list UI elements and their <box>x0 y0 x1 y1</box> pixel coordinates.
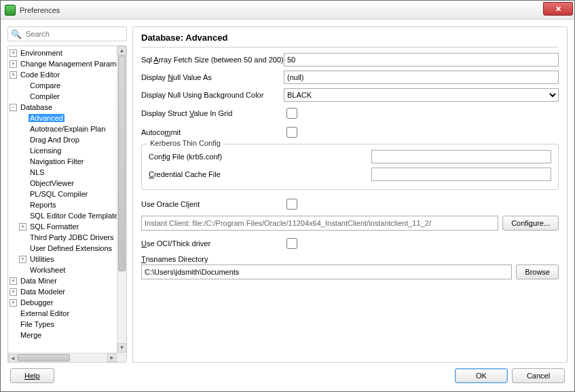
search-input[interactable] <box>24 29 124 39</box>
expand-icon[interactable]: + <box>19 256 26 263</box>
tree-search[interactable]: 🔍 <box>7 26 127 41</box>
browse-button[interactable]: Browse <box>516 264 559 279</box>
tree-item-label[interactable]: Debugger <box>19 298 54 307</box>
tree-item-label[interactable]: Worksheet <box>29 266 67 274</box>
tree-item-label[interactable]: External Editor <box>19 309 71 317</box>
scroll-up-button[interactable]: ▲ <box>117 46 126 56</box>
tree-item-label[interactable]: Environment <box>19 49 64 57</box>
tree-item-label[interactable]: Data Miner <box>19 277 58 285</box>
tree-item-label[interactable]: Utilities <box>29 255 55 263</box>
use-oci-checkbox[interactable] <box>286 238 297 249</box>
expand-icon[interactable]: + <box>10 60 17 68</box>
expand-icon[interactable]: + <box>10 50 17 57</box>
tree-item[interactable]: +Utilities <box>10 254 117 264</box>
tree-item[interactable]: Navigation Filter <box>10 156 117 167</box>
autocommit-checkbox[interactable] <box>286 127 297 138</box>
category-tree: +Environment+Change Management Parameter… <box>7 45 127 363</box>
tree-item-label[interactable]: File Types <box>19 320 56 328</box>
tree-item[interactable]: ObjectViewer <box>10 178 117 189</box>
tree-item[interactable]: Compare <box>10 80 117 91</box>
scroll-left-button[interactable]: ◄ <box>8 354 18 363</box>
tree-item[interactable]: Autotrace/Explain Plan <box>10 123 117 134</box>
tree-item-label[interactable]: User Defined Extensions <box>29 244 113 252</box>
tree-item[interactable]: +Code Editor <box>10 69 117 80</box>
struct-value-checkbox[interactable] <box>286 108 297 119</box>
use-oracle-checkbox[interactable] <box>286 199 297 210</box>
tree-item[interactable]: +Debugger <box>10 297 117 308</box>
tree-item-label[interactable]: ObjectViewer <box>29 179 75 187</box>
preferences-window: Preferences ✕ 🔍 +Environment+Change Mana… <box>0 0 575 392</box>
expand-icon[interactable]: + <box>19 223 26 231</box>
tree-item[interactable]: File Types <box>10 319 117 330</box>
tree-item-label[interactable]: Compiler <box>29 92 61 100</box>
kerb-cred-input[interactable] <box>371 168 551 181</box>
tree-item-label[interactable]: SQL Formatter <box>29 222 80 231</box>
tree-item-label[interactable]: NLS <box>29 168 45 176</box>
tree-item-label[interactable]: Autotrace/Explain Plan <box>29 125 107 133</box>
oracle-client-input[interactable] <box>141 216 498 231</box>
page-title: Database: Advanced <box>141 33 559 45</box>
expand-icon[interactable]: + <box>10 299 17 307</box>
tree-item-label[interactable]: Licensing <box>29 146 62 155</box>
tree-item[interactable]: Worksheet <box>10 264 117 275</box>
tree-item-label[interactable]: Change Management Parameters <box>19 60 117 68</box>
null-bg-select[interactable]: BLACK <box>284 88 559 102</box>
tree-viewport[interactable]: +Environment+Change Management Parameter… <box>8 46 117 353</box>
fetch-size-label: Sql Array Fetch Size (between 50 and 200… <box>141 56 284 64</box>
tns-directory-input[interactable] <box>141 264 512 279</box>
tree-item-label[interactable]: Merge <box>19 331 43 339</box>
tree-item[interactable]: Third Party JDBC Drivers <box>10 232 117 243</box>
tree-item-label[interactable]: Database <box>19 103 54 111</box>
tree-vertical-scrollbar[interactable]: ▲ ▼ <box>117 46 126 353</box>
tns-label-row: Tnsnames Directory <box>141 255 559 263</box>
tree-item[interactable]: Merge <box>10 330 117 340</box>
scroll-right-button[interactable]: ► <box>107 353 117 362</box>
tns-label: Tnsnames Directory <box>141 255 284 263</box>
tree-horizontal-scrollbar[interactable]: ◄ ► <box>8 353 117 362</box>
tree-item[interactable]: Drag And Drop <box>10 134 117 145</box>
null-value-input[interactable] <box>284 71 559 84</box>
scrollbar-corner <box>117 353 126 362</box>
tree-item-label[interactable]: Navigation Filter <box>29 157 85 165</box>
tree-item[interactable]: Licensing <box>10 145 117 156</box>
tree-item-label[interactable]: Third Party JDBC Drivers <box>29 233 115 241</box>
tree-item-label[interactable]: Data Modeler <box>19 288 67 296</box>
tree-item-label[interactable]: SQL Editor Code Templates <box>29 212 117 220</box>
collapse-icon[interactable]: - <box>10 104 17 111</box>
expand-icon[interactable]: + <box>10 288 17 296</box>
ok-button[interactable]: OK <box>455 368 508 383</box>
window-title: Preferences <box>20 6 60 14</box>
expand-icon[interactable]: + <box>10 71 17 79</box>
kerb-config-input[interactable] <box>371 150 551 163</box>
hscroll-thumb[interactable] <box>18 354 70 361</box>
configure-button[interactable]: Configure... <box>502 216 559 231</box>
tree-item[interactable]: +Change Management Parameters <box>10 58 117 69</box>
tree-item-label[interactable]: Code Editor <box>19 71 61 79</box>
tree-item[interactable]: -Database <box>10 102 117 113</box>
tree-item[interactable]: +Environment <box>10 47 117 58</box>
help-button[interactable]: Help <box>10 368 54 383</box>
tree-item[interactable]: SQL Editor Code Templates <box>10 210 117 221</box>
scroll-down-button[interactable]: ▼ <box>117 343 126 353</box>
tree-item-label[interactable]: Compare <box>29 81 62 90</box>
vscroll-thumb[interactable] <box>118 56 126 271</box>
tree-item-label[interactable]: Reports <box>29 201 58 209</box>
tree-item-label[interactable]: Advanced <box>29 114 64 122</box>
left-column: 🔍 +Environment+Change Management Paramet… <box>7 26 127 363</box>
tree-item-label[interactable]: PL/SQL Compiler <box>29 190 89 198</box>
expand-icon[interactable]: + <box>10 277 17 285</box>
tree-item[interactable]: External Editor <box>10 308 117 319</box>
tree-item[interactable]: User Defined Extensions <box>10 243 117 254</box>
close-button[interactable]: ✕ <box>543 2 573 16</box>
tree-item[interactable]: +SQL Formatter <box>10 221 117 232</box>
tree-item-label[interactable]: Drag And Drop <box>29 136 81 144</box>
tree-item[interactable]: Reports <box>10 199 117 210</box>
fetch-size-input[interactable] <box>284 53 559 66</box>
tree-item[interactable]: PL/SQL Compiler <box>10 189 117 199</box>
tree-item[interactable]: +Data Modeler <box>10 286 117 297</box>
tree-item[interactable]: Compiler <box>10 91 117 102</box>
tree-item[interactable]: +Data Miner <box>10 275 117 286</box>
cancel-button[interactable]: Cancel <box>512 368 565 383</box>
tree-item[interactable]: NLS <box>10 167 117 178</box>
tree-item[interactable]: Advanced <box>10 113 117 123</box>
